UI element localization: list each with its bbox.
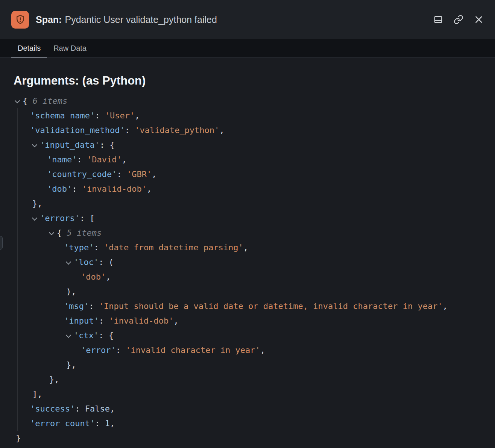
code-token-punc: , bbox=[135, 111, 140, 120]
code-token-key: 'loc' bbox=[74, 257, 99, 267]
close-icon bbox=[474, 15, 484, 24]
code-line: 'success': False, bbox=[0, 401, 495, 416]
code-token-key: 'country_code' bbox=[47, 170, 117, 179]
code-token-key: 'error' bbox=[81, 345, 116, 355]
code-token-key: 'input_data' bbox=[40, 140, 100, 150]
code-token-key: 'msg' bbox=[64, 301, 89, 311]
dock-panel-icon bbox=[433, 15, 443, 24]
code-token-str: 'invalid character in year' bbox=[126, 345, 260, 355]
code-line: 'validation_method': 'validate_python', bbox=[0, 123, 495, 138]
code-token-lit: 1 bbox=[105, 419, 110, 428]
code-tree: { 6 items'schema_name': 'User','validati… bbox=[0, 94, 495, 445]
code-line: 'errors': [ bbox=[0, 211, 495, 226]
code-token-key: 'name' bbox=[47, 155, 77, 164]
code-line: 'dob': 'invalid-dob', bbox=[0, 182, 495, 196]
panel-title-text: Pydantic User validate_python failed bbox=[65, 14, 217, 25]
code-token-punc: }, bbox=[49, 375, 59, 384]
left-edge-handle[interactable] bbox=[0, 236, 3, 250]
code-token-punc: : bbox=[95, 111, 105, 120]
code-line: ], bbox=[0, 387, 495, 401]
code-token-str: 'validate_python' bbox=[135, 126, 219, 135]
code-token-punc: , bbox=[243, 243, 248, 252]
code-line: 'ctx': { bbox=[0, 328, 495, 343]
code-token-punc: , bbox=[110, 404, 115, 413]
panel-header: Span:Pydantic User validate_python faile… bbox=[0, 0, 495, 39]
code-token-punc: : bbox=[94, 243, 104, 252]
code-token-punc: , bbox=[260, 345, 265, 355]
code-token-key: 'validation_method' bbox=[30, 126, 125, 135]
code-line: ), bbox=[0, 284, 495, 299]
chevron-down-icon[interactable] bbox=[32, 216, 37, 221]
code-token-punc: , bbox=[122, 155, 127, 164]
code-token-punc: : bbox=[99, 316, 109, 325]
tab-details[interactable]: Details bbox=[11, 39, 47, 57]
span-detail-panel: Span:Pydantic User validate_python faile… bbox=[0, 0, 495, 445]
alert-shield-icon bbox=[11, 11, 29, 29]
tab-details-label: Details bbox=[18, 44, 41, 53]
code-token-str: 'GBR' bbox=[127, 170, 152, 179]
code-line: { 5 items bbox=[0, 226, 495, 240]
code-token-punc: ), bbox=[66, 287, 76, 296]
code-token-punc: : bbox=[75, 404, 85, 413]
code-token-items: 5 items bbox=[67, 228, 102, 238]
chevron-down-icon[interactable] bbox=[65, 333, 71, 339]
code-line: 'msg': 'Input should be a valid date or … bbox=[0, 299, 495, 313]
code-token-punc: : bbox=[117, 170, 127, 179]
code-token-punc: , bbox=[106, 272, 111, 282]
dock-panel-button[interactable] bbox=[433, 15, 443, 24]
code-token-punc: } bbox=[16, 433, 21, 443]
code-token-punc: : { bbox=[99, 331, 114, 340]
code-token-lit: False bbox=[85, 404, 110, 413]
code-token-str: 'Input should be a valid date or datetim… bbox=[99, 301, 443, 311]
code-token-punc: : bbox=[116, 345, 126, 355]
code-token-punc: }, bbox=[66, 360, 76, 369]
code-token-str: 'dob' bbox=[81, 272, 106, 282]
code-token-punc: : { bbox=[100, 140, 115, 150]
code-token-punc: , bbox=[110, 419, 115, 428]
code-line: 'schema_name': 'User', bbox=[0, 108, 495, 123]
arguments-heading: Arguments: (as Python) bbox=[14, 74, 495, 88]
code-token-punc: : ( bbox=[99, 257, 114, 267]
code-token-punc: : bbox=[72, 184, 82, 194]
code-line: 'name': 'David', bbox=[0, 152, 495, 167]
code-token-punc: : bbox=[77, 155, 87, 164]
tab-raw-data[interactable]: Raw Data bbox=[47, 39, 93, 57]
chevron-down-icon[interactable] bbox=[65, 260, 71, 265]
code-token-punc: { bbox=[57, 228, 67, 238]
code-token-key: 'errors' bbox=[40, 213, 80, 223]
code-token-key: 'success' bbox=[30, 404, 75, 413]
tab-raw-data-label: Raw Data bbox=[53, 44, 87, 53]
code-line: 'error_count': 1, bbox=[0, 416, 495, 431]
code-token-str: 'David' bbox=[87, 155, 122, 164]
header-actions bbox=[433, 15, 484, 24]
code-token-items: 6 items bbox=[33, 96, 68, 106]
code-token-str: 'date_from_datetime_parsing' bbox=[104, 243, 243, 252]
code-line: 'dob', bbox=[0, 269, 495, 284]
code-token-key: 'error_count' bbox=[30, 419, 95, 428]
code-line: 'type': 'date_from_datetime_parsing', bbox=[0, 240, 495, 255]
code-token-key: 'dob' bbox=[47, 184, 72, 194]
code-line: 'error': 'invalid character in year', bbox=[0, 343, 495, 357]
code-line: }, bbox=[0, 357, 495, 372]
code-token-punc: : bbox=[89, 301, 99, 311]
code-token-punc: , bbox=[173, 316, 178, 325]
copy-link-button[interactable] bbox=[454, 15, 463, 24]
tab-bar: Details Raw Data bbox=[0, 39, 495, 58]
code-token-punc: : [ bbox=[80, 213, 95, 223]
code-token-key: 'ctx' bbox=[74, 331, 99, 340]
chevron-down-icon[interactable] bbox=[14, 98, 20, 104]
code-token-punc: }, bbox=[32, 199, 43, 208]
code-token-punc: { bbox=[23, 96, 33, 106]
code-line: } bbox=[0, 431, 495, 445]
code-token-punc: , bbox=[152, 170, 156, 179]
code-token-punc: , bbox=[147, 184, 152, 194]
close-button[interactable] bbox=[474, 15, 484, 24]
code-token-key: 'input' bbox=[64, 316, 99, 325]
code-line: 'input': 'invalid-dob', bbox=[0, 313, 495, 328]
code-token-punc: , bbox=[219, 126, 224, 135]
code-line: 'loc': ( bbox=[0, 255, 495, 269]
chevron-down-icon[interactable] bbox=[49, 230, 54, 236]
chevron-down-icon[interactable] bbox=[32, 142, 37, 148]
code-token-punc: : bbox=[95, 419, 105, 428]
details-content: Arguments: (as Python) { 6 items'schema_… bbox=[0, 74, 495, 445]
